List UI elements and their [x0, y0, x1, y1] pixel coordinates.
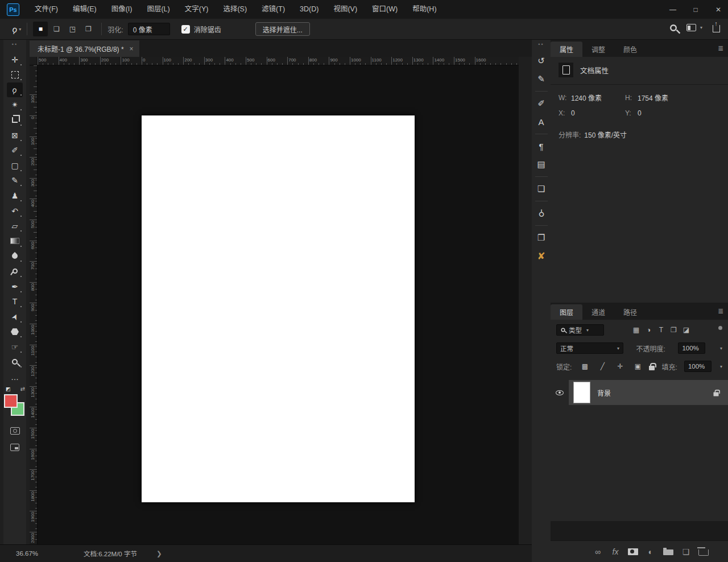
new-selection-button[interactable]: ■	[33, 22, 48, 36]
x-value[interactable]: 0	[571, 109, 625, 117]
lock-artboard-icon[interactable]: ▣	[631, 361, 644, 372]
clone-stamp-tool[interactable]: ♟	[7, 188, 23, 203]
paragraph-panel-icon[interactable]: ¶	[535, 139, 548, 153]
search-icon[interactable]	[670, 24, 677, 31]
layer-name[interactable]: 背景	[597, 388, 611, 398]
anti-alias-checkbox[interactable]: ✓	[181, 25, 190, 34]
pasteboard[interactable]	[38, 65, 519, 544]
hand-tool[interactable]: ☞	[7, 340, 23, 354]
marquee-tool[interactable]	[7, 67, 23, 82]
edit-toolbar-button[interactable]: …	[7, 370, 23, 385]
filter-smart-objects-icon[interactable]: ◪	[680, 324, 693, 336]
intersect-selection-button[interactable]: ❐	[81, 22, 96, 36]
width-value[interactable]: 1240 像素	[571, 93, 625, 102]
tool-preset-picker[interactable]: ϙ ▾	[13, 24, 21, 34]
eraser-tool[interactable]: ▱	[7, 218, 23, 233]
add-layer-mask-icon[interactable]	[628, 548, 638, 555]
fill-value[interactable]: 100%	[684, 361, 712, 372]
layer-row[interactable]: 背景	[551, 380, 728, 405]
filter-type-layers-icon[interactable]: T	[655, 324, 668, 336]
opacity-value[interactable]: 100%	[678, 342, 705, 354]
lasso-tool[interactable]: ϙ	[7, 82, 23, 97]
document-canvas[interactable]	[142, 115, 415, 502]
tab-图层[interactable]: 图层	[551, 304, 582, 320]
quick-select-tool[interactable]: ✴	[7, 97, 23, 112]
minimize-button[interactable]: —	[669, 6, 677, 14]
new-layer-icon[interactable]: ❏	[681, 547, 691, 556]
menu-item[interactable]: 编辑(E)	[65, 0, 104, 19]
healing-brush-tool[interactable]: ▢	[7, 158, 23, 173]
filter-group-layers-icon[interactable]: ❐	[668, 324, 680, 336]
status-chevron-icon[interactable]: ❯	[156, 549, 162, 557]
move-tool[interactable]: ✛	[7, 52, 23, 67]
tab-属性[interactable]: 属性	[551, 42, 582, 57]
filter-toggle-icon[interactable]	[718, 326, 722, 330]
layer-filter-kind-select[interactable]: 类型 ▾	[556, 324, 604, 336]
menu-item[interactable]: 帮助(H)	[405, 0, 444, 19]
adjustments-panel-icon[interactable]: ❏	[535, 182, 548, 196]
subtract-from-selection-button[interactable]: ◳	[65, 22, 80, 36]
menu-item[interactable]: 文字(Y)	[177, 0, 216, 19]
new-adjustment-layer-icon[interactable]: ◐	[646, 547, 656, 556]
zoom-tool[interactable]	[7, 354, 23, 369]
add-to-selection-button[interactable]: ❏	[49, 22, 64, 36]
screen-mode-button[interactable]	[10, 444, 19, 451]
link-layers-icon[interactable]: ∞	[593, 547, 603, 556]
crop-tool[interactable]	[7, 113, 23, 127]
lock-transparent-pixels-icon[interactable]: ▩	[578, 361, 591, 372]
eyedropper-tool[interactable]: ✐	[7, 143, 23, 158]
tab-通道[interactable]: 通道	[582, 304, 614, 320]
blend-mode-select[interactable]: 正常▾	[556, 342, 623, 354]
panel-menu-icon[interactable]: ≣	[718, 307, 723, 315]
tab-颜色[interactable]: 颜色	[614, 42, 646, 57]
filter-adjustment-layers-icon[interactable]: ◑	[643, 324, 655, 336]
layer-lock-icon[interactable]	[714, 392, 719, 396]
quick-mask-mode-button[interactable]	[10, 427, 20, 435]
chevron-down-icon[interactable]: ▾	[720, 346, 722, 351]
document-tab[interactable]: 未标题-1 @ 36.7%(RGB/8) * ×	[30, 40, 139, 57]
plugin-panel-icon[interactable]: ✘	[535, 249, 548, 263]
filter-pixel-layers-icon[interactable]: ▦	[630, 324, 643, 336]
anti-alias-control[interactable]: ✓ 消除锯齿	[181, 24, 221, 34]
zoom-level-field[interactable]: 36.67%	[16, 550, 38, 557]
share-icon[interactable]	[713, 25, 720, 32]
resolution-value[interactable]: 150 像素/英寸	[584, 130, 627, 139]
brush-settings-panel-icon[interactable]: ✎	[535, 72, 548, 86]
layer-visibility-eye-icon[interactable]	[556, 390, 564, 395]
lock-image-pixels-icon[interactable]: ╱	[596, 361, 609, 372]
shape-tool[interactable]	[7, 324, 23, 339]
menu-item[interactable]: 文件(F)	[27, 0, 65, 19]
menu-item[interactable]: 3D(D)	[292, 0, 326, 19]
clipboard-panel-icon[interactable]: ❐	[535, 231, 548, 245]
gradient-tool[interactable]	[7, 234, 23, 249]
menu-item[interactable]: 窗口(W)	[365, 0, 405, 19]
path-select-tool[interactable]: ➤	[7, 309, 23, 324]
tab-调整[interactable]: 调整	[582, 42, 614, 57]
history-panel-icon[interactable]: ↺	[535, 54, 548, 68]
swap-colors-icon[interactable]: ⇄	[20, 386, 25, 392]
y-value[interactable]: 0	[638, 109, 642, 117]
learn-panel-icon[interactable]: ⚲	[535, 206, 548, 220]
new-group-icon[interactable]	[663, 549, 673, 555]
menu-item[interactable]: 图像(I)	[104, 0, 140, 19]
select-and-mask-button[interactable]: 选择并遮住...	[255, 22, 310, 36]
tab-路径[interactable]: 路径	[614, 304, 646, 320]
menu-item[interactable]: 图层(L)	[139, 0, 177, 19]
character-panel-icon[interactable]: A	[535, 115, 548, 129]
menu-item[interactable]: 滤镜(T)	[254, 0, 292, 19]
close-tab-icon[interactable]: ×	[130, 45, 134, 53]
delete-layer-icon[interactable]	[698, 549, 709, 556]
type-tool[interactable]: T	[7, 294, 23, 309]
chevron-down-icon[interactable]: ▾	[720, 364, 722, 369]
toolbox-grip[interactable]: ••	[12, 42, 18, 47]
lock-position-icon[interactable]: ✛	[614, 361, 626, 372]
vertical-ruler[interactable]: 1000100200300400500600700800900100011001…	[30, 65, 38, 544]
workspace-switcher[interactable]: ▾	[686, 24, 702, 31]
brush-tool[interactable]: ✎	[7, 173, 23, 188]
menu-item[interactable]: 视图(V)	[326, 0, 365, 19]
lock-all-icon[interactable]	[649, 366, 655, 370]
foreground-color-swatch[interactable]	[4, 394, 18, 408]
pen-tool[interactable]: ✒	[7, 279, 23, 294]
height-value[interactable]: 1754 像素	[638, 93, 668, 102]
panel-menu-icon[interactable]: ≣	[718, 44, 723, 52]
